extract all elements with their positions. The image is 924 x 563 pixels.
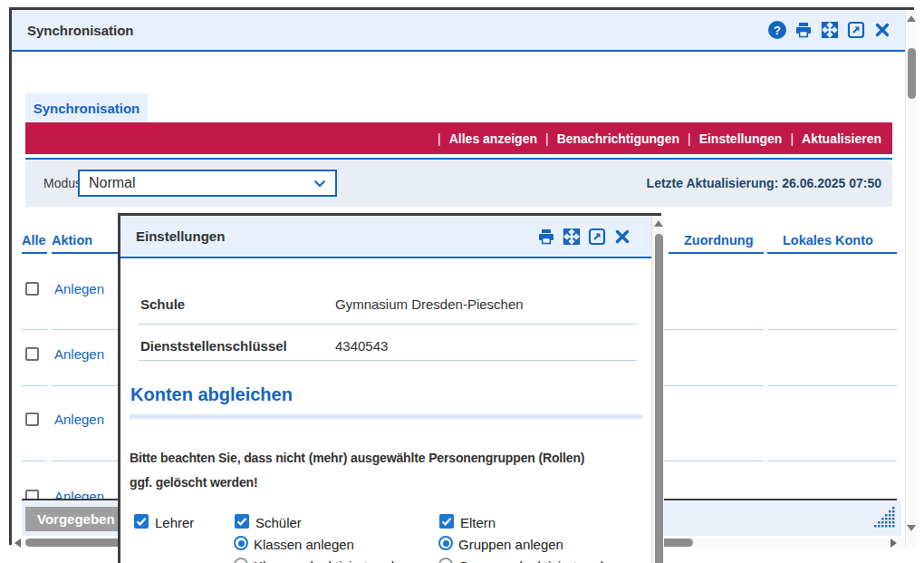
row-separator <box>767 329 897 330</box>
vorgegeben-tooltip: Vorgegeben <box>25 507 120 531</box>
separator: | <box>433 131 446 146</box>
fullscreen-icon[interactable] <box>563 228 581 246</box>
toolbar-link-alles-anzeigen[interactable]: Alles anzeigen <box>446 131 541 146</box>
help-icon[interactable]: ? <box>768 21 786 39</box>
warning-text-line1: Bitte beachten Sie, dass nicht (mehr) au… <box>130 451 584 465</box>
column-header-lokales-konto[interactable]: Lokales Konto <box>767 228 897 254</box>
warning-text-line2: ggf. gelöscht werden! <box>130 475 258 490</box>
scroll-up-icon[interactable] <box>654 220 663 227</box>
column-header-alle[interactable]: Alle <box>22 228 47 254</box>
modus-select[interactable]: Normal <box>78 170 337 197</box>
tab-synchronisation[interactable]: Synchronisation <box>25 93 148 122</box>
toolbar-link-einstellungen[interactable]: Einstellungen <box>696 131 786 146</box>
row-checkbox[interactable] <box>25 413 39 426</box>
row-separator <box>22 461 47 461</box>
checkbox-label-lehrer: Lehrer <box>155 515 194 530</box>
radio-label-klassen-anlegen: Klassen anlegen <box>254 537 354 552</box>
scroll-right-icon[interactable] <box>890 539 897 548</box>
print-icon[interactable] <box>537 228 555 246</box>
row-checkbox[interactable] <box>25 282 39 296</box>
checkbox-lehrer[interactable] <box>134 514 149 529</box>
row-separator <box>767 385 897 386</box>
modus-selected-value: Normal <box>89 175 136 191</box>
scroll-down-icon[interactable] <box>907 525 916 531</box>
separator: | <box>541 131 553 146</box>
section-heading: Konten abgleichen <box>130 384 293 405</box>
row-checkbox[interactable] <box>25 347 39 361</box>
field-label: Schule <box>140 296 335 312</box>
dialog-title: Einstellungen <box>136 228 225 244</box>
scroll-up-icon[interactable] <box>907 15 916 22</box>
radio-gruppen-anlegen[interactable] <box>438 536 453 550</box>
close-icon[interactable] <box>873 21 891 39</box>
radio-label-gruppen-deaktiviert: Gruppen deaktiviert und <box>458 558 603 563</box>
row-separator <box>22 385 47 386</box>
checkbox-eltern[interactable] <box>439 514 454 529</box>
column-header-aktion[interactable]: Aktion <box>52 228 123 254</box>
checkbox-label-schueler: Schüler <box>255 515 302 530</box>
window-title: Synchronisation <box>27 23 134 38</box>
radio-label-gruppen-anlegen: Gruppen anlegen <box>458 537 563 552</box>
dialog-scrollbar-thumb[interactable] <box>655 234 663 563</box>
toolbar-link-benachrichtigungen[interactable]: Benachrichtigungen <box>553 131 683 146</box>
dialog-vertical-scrollbar[interactable] <box>651 216 664 563</box>
anlegen-link[interactable]: Anlegen <box>54 281 104 296</box>
modus-row: Modus Normal Letzte Aktualisierung: 26.0… <box>25 160 892 207</box>
open-new-window-icon[interactable] <box>847 21 865 39</box>
row-separator <box>767 461 897 461</box>
radio-label-klassen-deaktiviert: Klassen deaktiviert und <box>254 558 394 563</box>
scroll-left-icon[interactable] <box>14 539 21 548</box>
modus-label: Modus <box>43 160 82 207</box>
radio-klassen-anlegen[interactable] <box>234 536 248 550</box>
checkbox-label-eltern: Eltern <box>460 515 496 530</box>
field-label: Dienststellenschlüssel <box>140 338 335 354</box>
separator: | <box>683 131 696 146</box>
column-header-zuordnung[interactable]: Zuordnung <box>669 228 764 254</box>
last-update-text: Letzte Aktualisierung: 26.06.2025 07:50 <box>647 160 881 207</box>
einstellungen-dialog: Einstellungen Schule Gymnasium Dresde <box>118 213 661 563</box>
row-separator <box>22 329 47 330</box>
field-value: 4340543 <box>335 338 388 354</box>
separator: | <box>785 131 798 146</box>
anlegen-link[interactable]: Anlegen <box>54 346 104 362</box>
field-separator <box>139 360 637 361</box>
field-value: Gymnasium Dresden-Pieschen <box>335 296 524 312</box>
vertical-scrollbar[interactable] <box>905 10 917 548</box>
fullscreen-icon[interactable] <box>821 21 839 39</box>
section-divider <box>130 414 642 419</box>
open-new-window-icon[interactable] <box>588 228 606 246</box>
radio-gruppen-deaktiviert[interactable] <box>438 558 453 563</box>
field-row-schule: Schule Gymnasium Dresden-Pieschen <box>140 283 637 325</box>
close-icon[interactable] <box>613 228 631 246</box>
red-toolbar: | Alles anzeigen | Benachrichtigungen | … <box>25 122 892 154</box>
anlegen-link[interactable]: Anlegen <box>54 412 104 427</box>
toolbar-link-aktualisieren[interactable]: Aktualisieren <box>798 131 885 146</box>
vertical-scrollbar-thumb[interactable] <box>908 48 916 99</box>
checkbox-schueler[interactable] <box>235 514 249 529</box>
radio-klassen-deaktiviert[interactable] <box>234 558 248 563</box>
print-icon[interactable] <box>794 21 813 39</box>
chevron-down-icon <box>313 180 326 188</box>
resize-handle-icon[interactable] <box>874 507 896 529</box>
